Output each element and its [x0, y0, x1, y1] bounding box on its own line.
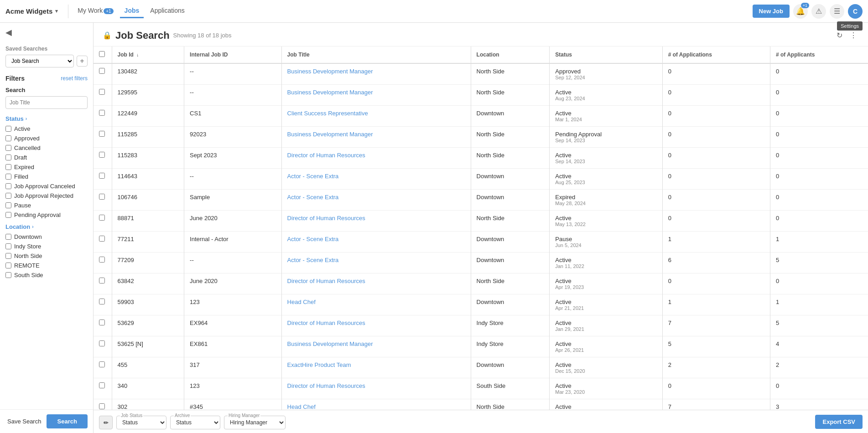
status-date: Jan 11, 2022	[555, 263, 656, 269]
notification-bell-button[interactable]: 🔔+1	[793, 4, 808, 19]
row-checkbox[interactable]	[99, 340, 105, 346]
row-job-title[interactable]: Business Development Manager	[281, 336, 471, 357]
filters-title: Filters	[5, 75, 25, 82]
row-job-title[interactable]: Actor - Scene Extra	[281, 190, 471, 211]
status-draft[interactable]: Draft	[0, 153, 93, 162]
row-checkbox[interactable]	[99, 194, 105, 200]
col-internal-job-id[interactable]: Internal Job ID	[184, 46, 282, 63]
status-approved[interactable]: Approved	[0, 134, 93, 143]
row-job-title[interactable]: ExactHire Product Team	[281, 357, 471, 378]
select-all-checkbox[interactable]	[99, 51, 105, 57]
row-job-title[interactable]: Business Development Manager	[281, 85, 471, 106]
add-saved-search-button[interactable]: +	[77, 56, 88, 67]
status-expired[interactable]: Expired	[0, 162, 93, 172]
search-button[interactable]: Search	[47, 414, 88, 428]
row-applicants: 0	[770, 127, 868, 148]
row-job-title[interactable]: Director of Human Resources	[281, 273, 471, 294]
new-job-button[interactable]: New Job	[753, 5, 790, 18]
row-checkbox[interactable]	[99, 382, 105, 388]
row-job-title[interactable]: Business Development Manager	[281, 127, 471, 148]
status-name: Active	[555, 299, 656, 305]
row-job-title[interactable]: Client Success Representative	[281, 106, 471, 127]
location-downtown[interactable]: Downtown	[0, 232, 93, 242]
row-checkbox[interactable]	[99, 257, 105, 263]
alert-button[interactable]: ⚠	[811, 4, 826, 19]
row-checkbox[interactable]	[99, 215, 105, 221]
row-job-title[interactable]: Actor - Scene Extra	[281, 169, 471, 190]
job-title-search-input[interactable]	[5, 96, 88, 109]
row-checkbox[interactable]	[99, 299, 105, 304]
location-indy-store[interactable]: Indy Store	[0, 242, 93, 251]
row-job-title[interactable]: Director of Human Resources	[281, 148, 471, 169]
status-pending-approval[interactable]: Pending Approval	[0, 210, 93, 220]
col-job-id[interactable]: Job Id ↓	[112, 46, 184, 63]
row-job-id: 59903	[112, 294, 184, 315]
row-checkbox[interactable]	[99, 110, 105, 116]
avatar-button[interactable]: C	[848, 4, 863, 19]
export-csv-button[interactable]: Export CSV	[815, 415, 863, 429]
row-checkbox[interactable]	[99, 278, 105, 284]
row-checkbox[interactable]	[99, 361, 105, 367]
brand[interactable]: Acme Widgets ▾	[5, 7, 58, 15]
more-options-button[interactable]: ⋮	[848, 29, 859, 41]
row-checkbox[interactable]	[99, 173, 105, 179]
status-active[interactable]: Active	[0, 124, 93, 134]
row-applicants: 0	[770, 63, 868, 85]
row-job-title[interactable]: Head Chef	[281, 294, 471, 315]
location-south-side[interactable]: South Side	[0, 270, 93, 280]
row-job-title[interactable]: Actor - Scene Extra	[281, 253, 471, 273]
col-status[interactable]: Status	[550, 46, 662, 63]
status-date: Sep 14, 2023	[555, 138, 656, 143]
table-row: 106746 Sample Actor - Scene Extra Downto…	[94, 190, 868, 211]
row-job-title[interactable]: Director of Human Resources	[281, 315, 471, 336]
refresh-button[interactable]: ↻	[835, 29, 844, 41]
status-name: Active	[555, 110, 656, 117]
nav-my-work[interactable]: My Work+1	[73, 4, 118, 18]
row-checkbox[interactable]	[99, 236, 105, 242]
row-checkbox[interactable]	[99, 320, 105, 325]
nav-applications[interactable]: Applications	[146, 4, 189, 18]
row-job-title[interactable]: Head Chef	[281, 399, 471, 410]
location-filter-group[interactable]: Location ›	[0, 223, 93, 230]
saved-searches-title: Saved Searches	[5, 46, 88, 52]
status-job-approval-canceled[interactable]: Job Approval Canceled	[0, 181, 93, 191]
location-north-side[interactable]: North Side	[0, 251, 93, 261]
row-checkbox-cell	[94, 336, 112, 357]
row-job-title[interactable]: Actor - Scene Extra	[281, 232, 471, 253]
nav-jobs[interactable]: Jobs	[120, 4, 144, 18]
status-checkboxes: Active Approved Cancelled Draft Expired …	[0, 124, 93, 220]
top-nav-right: New Job 🔔+1 ⚠ ☰ C Settings	[753, 4, 863, 19]
status-cancelled[interactable]: Cancelled	[0, 143, 93, 153]
status-job-approval-rejected[interactable]: Job Approval Rejected	[0, 191, 93, 201]
row-checkbox[interactable]	[99, 89, 105, 95]
table-row: 59903 123 Head Chef Downtown Active Apr …	[94, 294, 868, 315]
row-checkbox-cell	[94, 273, 112, 294]
row-checkbox[interactable]	[99, 403, 105, 409]
menu-button[interactable]: ☰	[830, 4, 844, 19]
edit-button[interactable]: ✏	[99, 416, 113, 429]
row-job-title[interactable]: Business Development Manager	[281, 63, 471, 85]
row-job-title[interactable]: Director of Human Resources	[281, 378, 471, 399]
content-header: 🔒 Job Search Showing 18 of 18 jobs ↻ ⋮	[94, 23, 868, 46]
status-pause[interactable]: Pause	[0, 201, 93, 210]
row-checkbox[interactable]	[99, 152, 105, 158]
location-remote[interactable]: REMOTE	[0, 261, 93, 270]
saved-search-select[interactable]: Job Search	[5, 55, 74, 67]
status-date: Jan 29, 2021	[555, 326, 656, 332]
brand-name: Acme Widgets	[5, 7, 52, 15]
row-job-title[interactable]: Director of Human Resources	[281, 211, 471, 232]
row-checkbox[interactable]	[99, 68, 105, 74]
status-filter-group[interactable]: Status ›	[0, 115, 93, 122]
col-location[interactable]: Location	[471, 46, 550, 63]
col-num-applications[interactable]: # of Applications	[662, 46, 770, 63]
save-search-button[interactable]: Save Search	[5, 416, 43, 427]
row-checkbox[interactable]	[99, 131, 105, 137]
col-job-title[interactable]: Job Title	[281, 46, 471, 63]
status-name: Pause	[555, 236, 656, 242]
reset-filters-link[interactable]: reset filters	[61, 75, 88, 82]
collapse-sidebar-button[interactable]: ◀	[5, 27, 12, 37]
nav-links: My Work+1 Jobs Applications	[73, 4, 189, 18]
row-internal-id: #345	[184, 399, 282, 410]
col-num-applicants[interactable]: # of Applicants	[770, 46, 868, 63]
status-filled[interactable]: Filled	[0, 172, 93, 181]
